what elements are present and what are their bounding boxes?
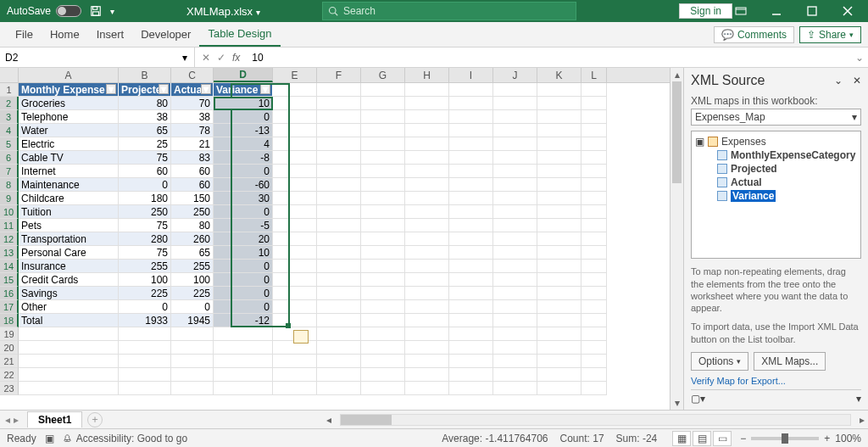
cell-B1[interactable]: Projected▾ xyxy=(119,83,171,97)
tree-root[interactable]: ▣ Expenses xyxy=(695,135,857,148)
cell-H8[interactable] xyxy=(405,178,449,192)
cell-K5[interactable] xyxy=(537,137,581,151)
row-header-15[interactable]: 15 xyxy=(0,273,19,287)
cell-I20[interactable] xyxy=(449,341,493,355)
cell-A14[interactable]: Insurance xyxy=(19,260,119,273)
cell-A3[interactable]: Telephone xyxy=(19,110,119,124)
vertical-scrollbar[interactable]: ▴ ▾ xyxy=(670,68,683,410)
cell-B22[interactable] xyxy=(119,368,171,382)
cell-E22[interactable] xyxy=(273,368,317,382)
row-header-4[interactable]: 4 xyxy=(0,124,19,137)
col-header-E[interactable]: E xyxy=(273,68,317,82)
minimize-icon[interactable] xyxy=(760,2,793,20)
cell-K2[interactable] xyxy=(537,97,581,110)
page-break-button[interactable]: ▭ xyxy=(713,431,732,446)
cell-I2[interactable] xyxy=(449,97,493,110)
cell-L7[interactable] xyxy=(581,165,607,178)
cell-B8[interactable]: 0 xyxy=(119,178,171,192)
row-header-21[interactable]: 21 xyxy=(0,355,19,368)
cell-I18[interactable] xyxy=(449,314,493,327)
cell-H10[interactable] xyxy=(405,205,449,219)
col-header-H[interactable]: H xyxy=(405,68,449,82)
cell-B15[interactable]: 100 xyxy=(119,273,171,287)
cell-F23[interactable] xyxy=(317,382,361,395)
cell-G17[interactable] xyxy=(361,300,405,314)
cell-C12[interactable]: 260 xyxy=(171,232,214,246)
col-header-A[interactable]: A xyxy=(19,68,119,82)
cell-D12[interactable]: 20 xyxy=(214,232,273,246)
cell-L20[interactable] xyxy=(581,341,607,355)
cell-L14[interactable] xyxy=(581,260,607,273)
cell-F13[interactable] xyxy=(317,246,361,260)
cell-G7[interactable] xyxy=(361,165,405,178)
cell-L6[interactable] xyxy=(581,151,607,165)
cell-B12[interactable]: 280 xyxy=(119,232,171,246)
hscroll-thumb[interactable] xyxy=(341,415,392,425)
cell-I3[interactable] xyxy=(449,110,493,124)
scroll-down-icon[interactable]: ▾ xyxy=(670,396,683,410)
cell-K18[interactable] xyxy=(537,314,581,327)
cell-K23[interactable] xyxy=(537,382,581,395)
cell-B21[interactable] xyxy=(119,355,171,368)
cell-K14[interactable] xyxy=(537,260,581,273)
cell-C11[interactable]: 80 xyxy=(171,219,214,232)
cell-D2[interactable]: 10 xyxy=(214,97,273,110)
col-header-D[interactable]: D xyxy=(214,68,273,82)
row-header-7[interactable]: 7 xyxy=(0,165,19,178)
cell-E3[interactable] xyxy=(273,110,317,124)
cell-C15[interactable]: 100 xyxy=(171,273,214,287)
name-box[interactable]: D2 ▾ xyxy=(0,47,195,67)
xml-maps-button[interactable]: XML Maps... xyxy=(754,352,826,371)
close-icon[interactable] xyxy=(831,2,865,20)
cell-A19[interactable] xyxy=(19,327,119,341)
cell-D17[interactable]: 0 xyxy=(214,300,273,314)
cell-I19[interactable] xyxy=(449,327,493,341)
cell-G23[interactable] xyxy=(361,382,405,395)
cell-F10[interactable] xyxy=(317,205,361,219)
cancel-formula-icon[interactable]: ✕ xyxy=(202,52,210,64)
cell-J16[interactable] xyxy=(493,287,537,300)
cell-L1[interactable] xyxy=(581,83,607,97)
cell-A1[interactable]: Monthly Expense▾ xyxy=(19,83,119,97)
cell-H22[interactable] xyxy=(405,368,449,382)
cell-H6[interactable] xyxy=(405,151,449,165)
cell-F9[interactable] xyxy=(317,192,361,205)
cell-L13[interactable] xyxy=(581,246,607,260)
cell-A6[interactable]: Cable TV xyxy=(19,151,119,165)
cell-H23[interactable] xyxy=(405,382,449,395)
cell-A5[interactable]: Electric xyxy=(19,137,119,151)
cell-J11[interactable] xyxy=(493,219,537,232)
scrollbar-thumb[interactable] xyxy=(672,81,682,183)
cell-G9[interactable] xyxy=(361,192,405,205)
cell-F20[interactable] xyxy=(317,341,361,355)
col-header-L[interactable]: L xyxy=(581,68,607,82)
cell-J7[interactable] xyxy=(493,165,537,178)
cell-C8[interactable]: 60 xyxy=(171,178,214,192)
cell-C22[interactable] xyxy=(171,368,214,382)
cell-D15[interactable]: 0 xyxy=(214,273,273,287)
cell-L10[interactable] xyxy=(581,205,607,219)
cell-E4[interactable] xyxy=(273,124,317,137)
cell-J17[interactable] xyxy=(493,300,537,314)
cell-L23[interactable] xyxy=(581,382,607,395)
page-layout-button[interactable]: ▤ xyxy=(693,431,711,446)
cell-A21[interactable] xyxy=(19,355,119,368)
cell-I11[interactable] xyxy=(449,219,493,232)
cell-K16[interactable] xyxy=(537,287,581,300)
cell-H14[interactable] xyxy=(405,260,449,273)
cell-D18[interactable]: -12 xyxy=(214,314,273,327)
cell-J22[interactable] xyxy=(493,368,537,382)
cell-D5[interactable]: 4 xyxy=(214,137,273,151)
cell-H3[interactable] xyxy=(405,110,449,124)
cell-C1[interactable]: Actual▾ xyxy=(171,83,214,97)
cell-H20[interactable] xyxy=(405,341,449,355)
cell-J1[interactable] xyxy=(493,83,537,97)
cell-C7[interactable]: 60 xyxy=(171,165,214,178)
cell-E23[interactable] xyxy=(273,382,317,395)
cell-L18[interactable] xyxy=(581,314,607,327)
cell-G10[interactable] xyxy=(361,205,405,219)
cell-E13[interactable] xyxy=(273,246,317,260)
cell-K1[interactable] xyxy=(537,83,581,97)
row-header-20[interactable]: 20 xyxy=(0,341,19,355)
name-box-dropdown-icon[interactable]: ▾ xyxy=(179,52,191,64)
